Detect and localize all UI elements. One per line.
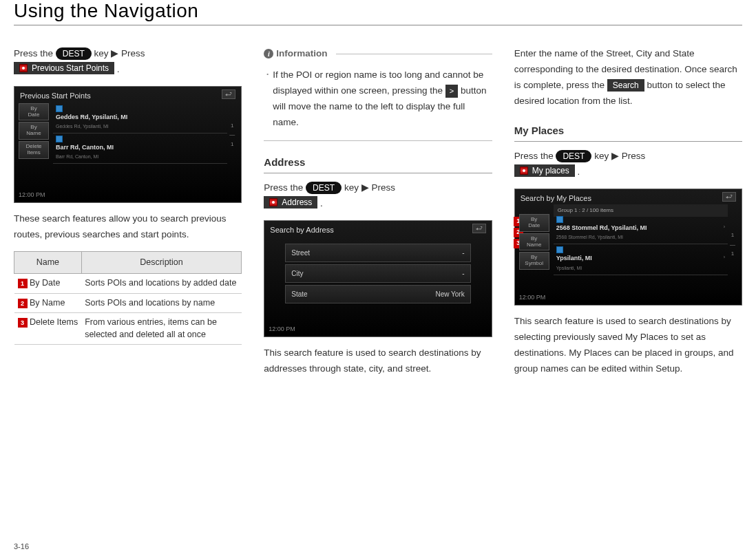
col2-desc: This search feature is used to search de… — [264, 345, 492, 377]
badge-2: 2 — [18, 299, 28, 308]
text: key ▶ Press — [594, 151, 645, 161]
sidebar-by-name: ByName — [519, 233, 549, 251]
label: Street — [291, 247, 310, 259]
info-label: Information — [276, 46, 327, 62]
page-number: 3-16 — [14, 542, 29, 550]
value: - — [462, 247, 464, 259]
label: Address — [282, 197, 312, 208]
cell: Sorts POIs and locations by name — [81, 293, 242, 313]
list-item: Geddes Rd, Ypsilanti, MIGeddes Rd, Ypsil… — [53, 103, 227, 133]
flag-icon — [520, 167, 528, 175]
feature-table: NameDescription 1 By DateSorts POIs and … — [14, 251, 242, 345]
flag-icon — [19, 64, 28, 72]
row-main: Geddes Rd, Ypsilanti, MI — [56, 114, 127, 120]
table-row: 2 By NameSorts POIs and locations by nam… — [14, 293, 242, 313]
address-fields: Street- City- StateNew York — [285, 242, 470, 306]
cell: By Date — [30, 278, 60, 288]
clock: 12:00 PM — [19, 190, 45, 200]
col3-desc: This search feature is used to search de… — [514, 314, 742, 377]
dest-key: DEST — [556, 150, 591, 162]
pager: 1—1 — [227, 121, 237, 149]
columns: Press the DEST key ▶ Press Previous Star… — [14, 46, 742, 385]
col2-instruction: Press the DEST key ▶ Press Address . — [264, 180, 492, 212]
myplaces-heading: My Places — [514, 122, 742, 142]
row-sub: Barr Rd, Canton, MI — [56, 153, 224, 161]
col1-desc: These search features allow you to searc… — [14, 211, 242, 243]
screenshot-prev-start: Previous Start Points ⮐ ByDate ByName De… — [14, 86, 242, 203]
chevron-right-icon: › — [724, 253, 725, 261]
badge-3: 3 — [18, 318, 28, 328]
label: Previous Start Points — [32, 63, 109, 74]
text: key ▶ Press — [344, 182, 395, 193]
sidebar-by-name: ByName — [19, 122, 49, 140]
myplaces-button: My places — [514, 164, 575, 177]
col-2: i Information If the POI or region name … — [264, 46, 492, 385]
text: Press the — [514, 151, 556, 161]
table-row: 3 Delete ItemsFrom various entries, item… — [14, 313, 242, 345]
label: My places — [532, 165, 569, 176]
text: Press the — [264, 182, 306, 193]
city-field: City- — [285, 264, 470, 283]
col3-instruction: Press the DEST key ▶ Press My places . — [514, 149, 742, 180]
address-heading: Address — [264, 153, 492, 174]
sc-list: 2568 Stommel Rd, Ypsilanti, MI›2568 Stom… — [554, 214, 728, 275]
value: - — [462, 268, 464, 279]
flag-icon — [56, 105, 63, 112]
gt-button: > — [445, 85, 458, 98]
row-main: Ypsilanti, MI — [556, 255, 592, 261]
sc-sidebar: ByDate ByName DeleteItems — [19, 103, 49, 160]
row-sub: Ypsilanti, MI — [556, 264, 725, 272]
row-main: 2568 Stommel Rd, Ypsilanti, MI — [556, 224, 647, 231]
row-main: Barr Rd, Canton, MI — [56, 144, 114, 151]
label: City — [291, 268, 303, 279]
cell: From various entries, items can be selec… — [81, 313, 242, 345]
list-item: 2568 Stommel Rd, Ypsilanti, MI›2568 Stom… — [554, 214, 728, 244]
flag-icon — [56, 136, 63, 142]
chevron-right-icon: › — [724, 223, 725, 231]
pager: 1—1 — [728, 231, 737, 259]
text: key ▶ Press — [94, 48, 145, 58]
search-button: Search — [607, 79, 644, 92]
sidebar-delete: DeleteItems — [19, 141, 49, 159]
label: State — [291, 288, 307, 300]
flag-icon — [556, 216, 563, 223]
clock: 12:00 PM — [519, 292, 546, 303]
back-icon: ⮐ — [222, 89, 235, 99]
col-1: Press the DEST key ▶ Press Previous Star… — [14, 46, 242, 385]
street-field: Street- — [285, 244, 470, 262]
text: Press the — [14, 48, 56, 58]
sidebar-by-date: ByDate — [19, 103, 49, 121]
sc-title: Previous Start Points — [20, 89, 91, 103]
sc-title: Search by Address — [270, 224, 333, 237]
sc-list: Geddes Rd, Ypsilanti, MIGeddes Rd, Ypsil… — [53, 103, 227, 164]
clock: 12:00 PM — [269, 324, 295, 334]
table-row: 1 By DateSorts POIs and locations by add… — [14, 274, 242, 294]
back-icon: ⮐ — [722, 192, 736, 202]
col1-instruction: Press the DEST key ▶ Press Previous Star… — [14, 46, 242, 78]
address-button: Address — [264, 196, 317, 208]
row-sub: 2568 Stommel Rd, Ypsilanti, MI — [556, 233, 725, 242]
dest-key: DEST — [306, 182, 342, 194]
back-icon: ⮐ — [472, 224, 486, 233]
list-item: Ypsilanti, MI›Ypsilanti, MI — [554, 244, 728, 275]
screenshot-myplaces: 1 2 3 Search by My Places ⮐ Group 1 : 2 … — [514, 189, 742, 306]
th-desc: Description — [81, 251, 242, 273]
dest-key: DEST — [56, 47, 92, 60]
sc-title: Search by My Places — [521, 192, 591, 205]
info-list: If the POI or region name is too long an… — [264, 67, 492, 141]
state-field: StateNew York — [285, 285, 470, 303]
info-item: If the POI or region name is too long an… — [266, 67, 492, 131]
page-title: Using the Navigation — [14, 0, 742, 25]
col-3: Enter the name of the Street, City and S… — [514, 46, 742, 385]
screenshot-address: Search by Address ⮐ Street- City- StateN… — [264, 220, 492, 337]
col3-intro: Enter the name of the Street, City and S… — [514, 46, 742, 109]
cell: By Name — [30, 298, 65, 308]
sidebar-by-symbol: BySymbol — [519, 252, 549, 270]
badge-1: 1 — [18, 279, 28, 288]
value: New York — [435, 288, 464, 300]
sc-sidebar: ByDate ByName BySymbol — [519, 214, 549, 271]
info-heading: i Information — [264, 46, 492, 62]
th-name: Name — [14, 251, 82, 273]
prev-start-points-button: Previous Start Points — [14, 62, 114, 74]
row-sub: Geddes Rd, Ypsilanti, MI — [56, 122, 224, 131]
